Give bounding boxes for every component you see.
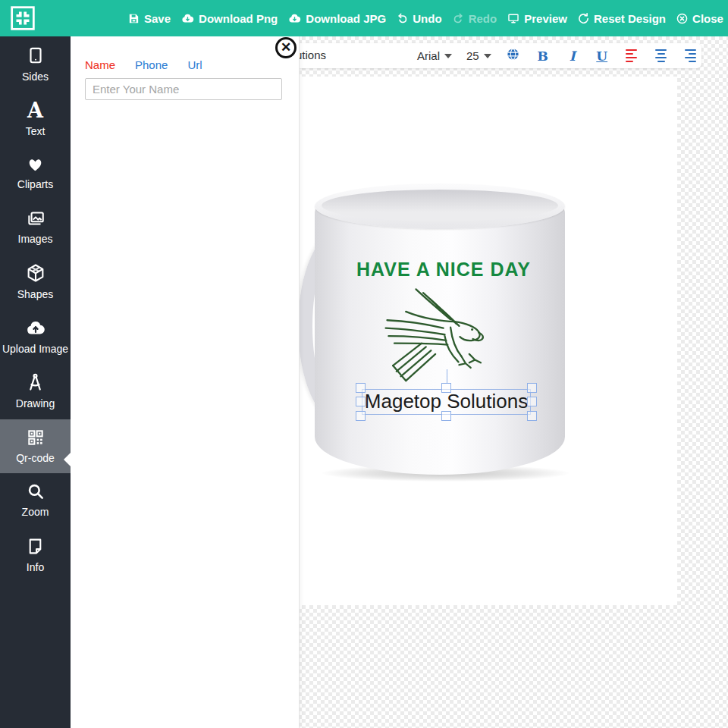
- sidebar-label-text: Text: [26, 125, 46, 139]
- design-canvas[interactable]: HAVE A NICE DAY: [300, 77, 677, 605]
- align-center-button[interactable]: [654, 48, 669, 64]
- sidebar-item-drawing[interactable]: Drawing: [0, 364, 71, 419]
- redo-button[interactable]: Redo: [452, 12, 497, 25]
- heart-icon: [25, 155, 46, 174]
- format-toolbar: Magetop Solutions Arial 25 B I U: [258, 43, 701, 68]
- refresh-icon: [577, 12, 590, 25]
- align-right-button[interactable]: [683, 48, 698, 64]
- italic-button[interactable]: I: [565, 48, 580, 64]
- qr-name-input[interactable]: [85, 78, 282, 100]
- download-png-label: Download Png: [199, 12, 278, 25]
- align-left-icon: [626, 49, 637, 63]
- sidebar-item-zoom[interactable]: Zoom: [0, 473, 71, 528]
- qr-icon: [26, 428, 46, 447]
- download-png-button[interactable]: Download Png: [180, 12, 278, 25]
- bold-icon: B: [538, 49, 548, 64]
- undo-icon: [396, 12, 409, 25]
- redo-icon: [452, 12, 465, 25]
- tablet-icon: [26, 45, 46, 66]
- images-icon: [25, 209, 46, 228]
- resize-handle-top-middle[interactable]: [441, 383, 451, 393]
- sidebar-item-qr-code[interactable]: Qr-code: [0, 419, 71, 474]
- save-button[interactable]: Save: [127, 12, 171, 25]
- sidebar: Sides A Text Cliparts Images Shapes Uplo…: [0, 36, 71, 728]
- preview-label: Preview: [524, 12, 567, 25]
- eagle-clipart[interactable]: [380, 281, 495, 398]
- resize-handle-bottom-middle[interactable]: [441, 411, 451, 421]
- underline-button[interactable]: U: [595, 48, 610, 64]
- sidebar-item-upload-image[interactable]: Upload Image: [0, 310, 71, 365]
- redo-label: Redo: [469, 12, 497, 25]
- save-label: Save: [144, 12, 171, 25]
- resize-handle-middle-right[interactable]: [527, 397, 537, 406]
- resize-handle-top-left[interactable]: [356, 383, 366, 393]
- resize-handle-bottom-left[interactable]: [356, 411, 366, 421]
- sidebar-label-shapes: Shapes: [17, 288, 53, 302]
- sidebar-label-zoom: Zoom: [22, 506, 49, 519]
- undo-label: Undo: [413, 12, 441, 25]
- tab-phone[interactable]: Phone: [135, 58, 168, 71]
- file-icon: [26, 536, 45, 557]
- cloud-upload-icon: [24, 318, 47, 338]
- sidebar-label-qr-code: Qr-code: [16, 452, 55, 466]
- sidebar-item-shapes[interactable]: Shapes: [0, 254, 71, 310]
- globe-icon: [506, 47, 520, 64]
- resize-handle-bottom-right[interactable]: [527, 411, 537, 421]
- close-circle-icon: [676, 12, 689, 25]
- panel-pointer-arrow: [64, 452, 71, 467]
- mug-headline-text[interactable]: HAVE A NICE DAY: [353, 258, 535, 281]
- sidebar-item-cliparts[interactable]: Cliparts: [0, 146, 71, 200]
- undo-button[interactable]: Undo: [396, 12, 441, 25]
- sidebar-label-images: Images: [18, 233, 53, 246]
- sidebar-item-images[interactable]: Images: [0, 200, 71, 255]
- topbar: Save Download Png Download JPG Undo Redo…: [0, 0, 728, 36]
- cloud-download-icon: [287, 12, 302, 25]
- magnifier-icon: [26, 482, 46, 501]
- selected-text-element[interactable]: Magetop Solutions: [362, 389, 531, 415]
- download-jpg-button[interactable]: Download JPG: [287, 12, 386, 25]
- topbar-menu: Save Download Png Download JPG Undo Redo…: [127, 0, 723, 36]
- panel-close-button[interactable]: ✕: [275, 37, 297, 58]
- cube-icon: [25, 262, 46, 284]
- font-size-value: 25: [466, 49, 479, 62]
- app-logo-icon[interactable]: [10, 5, 36, 31]
- align-left-button[interactable]: [624, 48, 639, 64]
- monitor-icon: [507, 12, 520, 25]
- font-family-select[interactable]: Arial: [417, 49, 452, 62]
- sidebar-label-upload-image: Upload Image: [2, 343, 68, 356]
- sidebar-label-info: Info: [27, 561, 44, 575]
- close-button[interactable]: Close: [676, 12, 723, 25]
- mug-text: Magetop Solutions: [362, 390, 531, 413]
- resize-handle-middle-left[interactable]: [356, 397, 366, 406]
- sidebar-label-cliparts: Cliparts: [17, 178, 53, 192]
- sidebar-item-text[interactable]: A Text: [0, 93, 71, 147]
- chevron-down-icon: [444, 54, 452, 58]
- tab-name[interactable]: Name: [85, 58, 115, 71]
- reset-design-button[interactable]: Reset Design: [577, 12, 666, 25]
- qr-code-panel: ✕ Name Phone Url: [71, 36, 300, 728]
- mug-rim: [315, 184, 565, 229]
- sidebar-label-drawing: Drawing: [16, 397, 55, 411]
- italic-icon: I: [570, 49, 576, 64]
- align-right-icon: [685, 49, 696, 63]
- qr-tabs: Name Phone Url: [85, 58, 202, 71]
- font-family-value: Arial: [417, 49, 440, 62]
- close-x-icon: ✕: [281, 41, 291, 54]
- sidebar-item-sides[interactable]: Sides: [0, 36, 71, 93]
- letter-a-icon: A: [27, 101, 43, 121]
- save-icon: [127, 12, 140, 25]
- preview-button[interactable]: Preview: [507, 12, 567, 25]
- align-center-icon: [655, 49, 667, 63]
- font-size-select[interactable]: 25: [466, 49, 491, 62]
- underline-icon: U: [596, 49, 607, 64]
- sidebar-label-sides: Sides: [22, 71, 49, 84]
- text-color-button[interactable]: [506, 48, 521, 64]
- bold-button[interactable]: B: [535, 48, 551, 64]
- rotate-handle-stem: [447, 369, 448, 383]
- sidebar-item-info[interactable]: Info: [0, 528, 71, 583]
- tab-url[interactable]: Url: [187, 58, 202, 71]
- download-jpg-label: Download JPG: [306, 12, 386, 25]
- mug-rim-inner: [322, 190, 558, 221]
- resize-handle-top-right[interactable]: [527, 383, 537, 393]
- cloud-download-icon: [180, 12, 195, 25]
